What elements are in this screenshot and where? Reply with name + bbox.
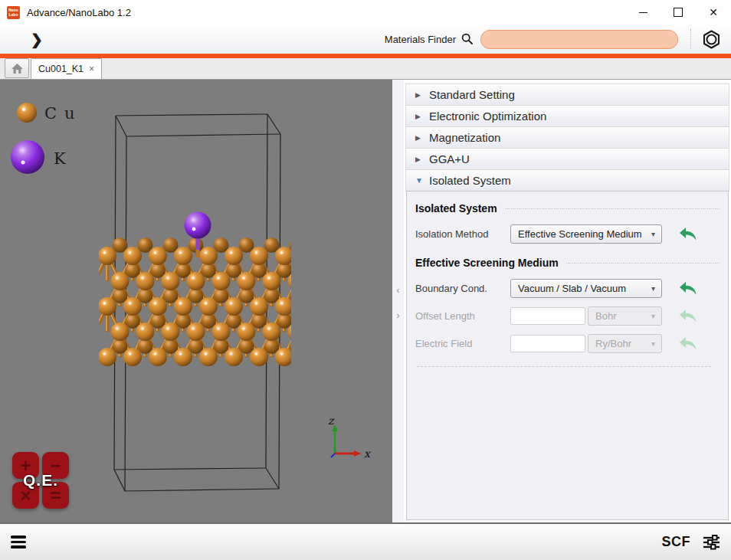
collapse-right-icon[interactable]: › xyxy=(396,310,399,320)
app-icon-line1: Nano xyxy=(8,8,18,12)
panel-splitter[interactable]: ‹ › xyxy=(392,80,404,522)
electric-field-unit-select[interactable]: Ry/Bohr ▾ xyxy=(588,334,662,353)
isolation-method-row: Isolation Method Effective Screening Med… xyxy=(415,224,719,244)
tab-bar: Cu001_K1 × xyxy=(0,58,731,80)
accordion-magnetization[interactable]: ▶ Magnetization xyxy=(405,126,729,149)
boundary-cond-row: Boundary Cond. Vacuum / Slab / Vacuum ▾ xyxy=(415,278,719,298)
electric-field-unit-value: Ry/Bohr xyxy=(595,338,631,349)
settings-panel: ▶ Standard Setting ▶ Electronic Optimiza… xyxy=(404,80,731,522)
viewer-legend: CuK xyxy=(11,103,83,174)
app-icon-line2: Labo xyxy=(9,13,18,17)
svg-text:z: z xyxy=(328,414,335,427)
toolbar: ❯ Materials Finder xyxy=(0,25,731,54)
electric-field-label: Electric Field xyxy=(415,338,510,349)
calculation-settings-tune-icon[interactable] xyxy=(703,534,720,551)
expand-menu-chevron-icon[interactable]: ❯ xyxy=(31,31,43,48)
minimize-button[interactable] xyxy=(625,0,661,25)
molecule-benzene-icon[interactable] xyxy=(701,29,722,50)
toolbar-separator xyxy=(690,29,692,49)
accordion-gga-u[interactable]: ▶ GGA+U xyxy=(405,148,729,170)
chevron-down-icon: ▾ xyxy=(651,230,655,238)
electric-field-input[interactable] xyxy=(510,335,585,352)
chevron-down-icon: ▾ xyxy=(651,339,655,348)
revert-isolation-method-button[interactable] xyxy=(678,227,697,241)
section-title-isolated-system: Isolated System xyxy=(415,202,497,215)
offset-length-unit-value: Bohr xyxy=(595,310,616,322)
accordion-label: Standard Setting xyxy=(429,88,515,101)
accordion-electronic-optimization[interactable]: ▶ Electronic Optimization xyxy=(405,105,729,127)
accordion-standard-setting[interactable]: ▶ Standard Setting xyxy=(405,84,729,106)
svg-text:K: K xyxy=(54,149,66,168)
svg-text:Cu: Cu xyxy=(44,104,83,123)
close-button[interactable]: ✕ xyxy=(696,0,731,25)
menu-hamburger-icon[interactable] xyxy=(11,535,26,548)
revert-electric-field-button xyxy=(678,336,697,351)
quantum-espresso-logo: + − × = Q.E. xyxy=(12,452,69,509)
home-button[interactable] xyxy=(5,58,29,78)
isolation-method-value: Effective Screening Medium xyxy=(518,228,642,240)
minimize-icon xyxy=(639,12,647,13)
maximize-button[interactable] xyxy=(661,0,696,25)
collapsed-triangle-icon: ▶ xyxy=(415,134,425,142)
accordion-isolated-system[interactable]: ▼ Isolated System xyxy=(405,169,729,192)
isolation-method-select[interactable]: Effective Screening Medium ▾ xyxy=(510,224,662,244)
boundary-cond-value: Vacuum / Slab / Vacuum xyxy=(518,283,626,294)
offset-length-unit-select[interactable]: Bohr ▾ xyxy=(588,306,662,326)
section-rule xyxy=(566,263,719,264)
accordion-label: Isolated System xyxy=(429,174,511,187)
offset-length-row: Offset Length Bohr ▾ xyxy=(415,306,719,326)
collapsed-triangle-icon: ▶ xyxy=(415,156,425,163)
main-area: CuKzx + − × = Q.E. ‹ › ▶ Standard Settin… xyxy=(0,80,731,522)
qe-logo-text: Q.E. xyxy=(12,452,69,509)
section-title-esm: Effective Screening Medium xyxy=(415,257,559,269)
cu-slab xyxy=(94,237,323,366)
materials-finder-label: Materials Finder xyxy=(385,34,456,45)
isolation-method-label: Isolation Method xyxy=(415,228,510,240)
app-icon: Nano Labo xyxy=(7,6,20,19)
close-icon: ✕ xyxy=(709,7,718,18)
materials-finder-search-input[interactable] xyxy=(480,30,678,49)
isolated-system-content: Isolated System Isolation Method Effecti… xyxy=(406,191,729,520)
status-bar: SCF xyxy=(0,522,731,560)
title-bar: Nano Labo Advance/NanoLabo 1.2 ✕ xyxy=(0,0,731,25)
chevron-down-icon: ▾ xyxy=(651,284,655,293)
revert-boundary-cond-button[interactable] xyxy=(678,281,697,296)
expanded-triangle-icon: ▼ xyxy=(415,176,425,185)
maximize-icon xyxy=(674,8,683,17)
tab-close-icon[interactable]: × xyxy=(89,64,94,74)
accordion-label: Electronic Optimization xyxy=(429,110,546,123)
section-rule xyxy=(505,208,719,209)
offset-length-input[interactable] xyxy=(510,307,585,325)
search-icon xyxy=(461,32,474,46)
collapsed-triangle-icon: ▶ xyxy=(415,113,425,120)
scf-label: SCF xyxy=(662,534,691,550)
svg-text:x: x xyxy=(364,447,372,460)
electric-field-row: Electric Field Ry/Bohr ▾ xyxy=(415,333,719,353)
collapse-left-icon[interactable]: ‹ xyxy=(396,285,399,295)
tab-label: Cu001_K1 xyxy=(38,64,84,74)
chevron-down-icon: ▾ xyxy=(651,312,655,320)
dashed-separator xyxy=(417,366,711,367)
window-title: Advance/NanoLabo 1.2 xyxy=(27,7,131,18)
collapsed-triangle-icon: ▶ xyxy=(415,91,425,99)
boundary-cond-select[interactable]: Vacuum / Slab / Vacuum ▾ xyxy=(510,279,662,298)
structure-viewer-3d[interactable]: CuKzx + − × = Q.E. xyxy=(0,80,392,522)
boundary-cond-label: Boundary Cond. xyxy=(415,283,510,294)
offset-length-label: Offset Length xyxy=(415,310,510,322)
home-icon xyxy=(11,63,24,74)
accordion-label: GGA+U xyxy=(429,152,470,165)
tab-cu001-k1[interactable]: Cu001_K1 × xyxy=(31,58,102,79)
accordion-label: Magnetization xyxy=(429,131,500,144)
axes-gizmo: zx xyxy=(328,414,372,460)
revert-offset-length-button xyxy=(678,309,697,323)
